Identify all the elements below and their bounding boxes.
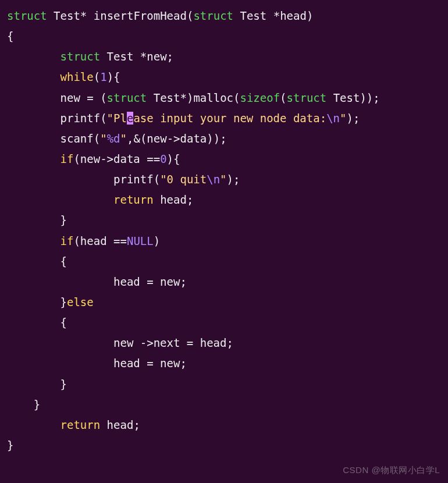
type-name: Test (54, 9, 80, 22)
return-keyword: return (113, 193, 154, 206)
string-literal: "Pl (107, 112, 127, 125)
else-keyword: else (67, 296, 94, 308)
code-block: struct Test* insertFromHead(struct Test … (7, 6, 441, 456)
null-keyword: NULL (127, 235, 154, 247)
while-keyword: while (61, 70, 94, 83)
sizeof-keyword: sizeof (240, 91, 280, 104)
format-specifier: %d (107, 132, 120, 145)
escape-newline: \n (326, 112, 340, 125)
function-name: insertFromHead (94, 9, 187, 22)
watermark: CSDN @物联网小白学L (343, 462, 440, 478)
if-keyword: if (61, 152, 74, 165)
cursor: e (127, 112, 133, 125)
struct-keyword: struct (7, 9, 47, 22)
